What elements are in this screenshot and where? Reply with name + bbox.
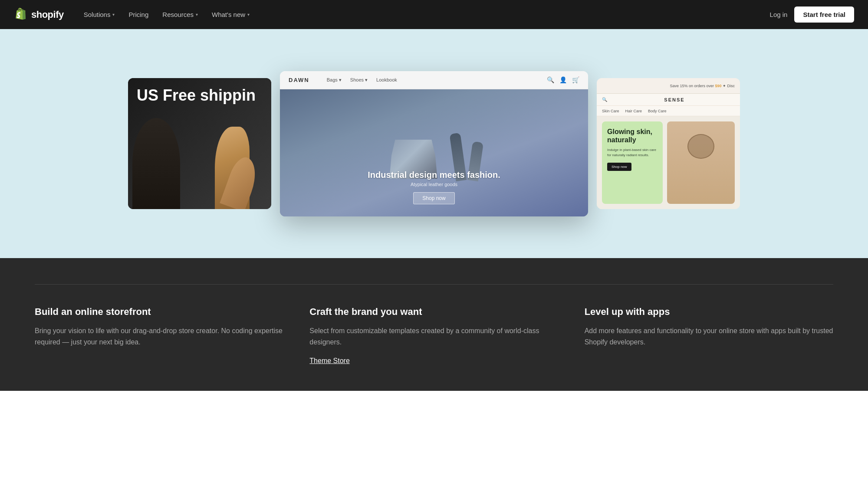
dawn-nav: Bags ▾ Shoes ▾ Lookbook [327, 77, 397, 83]
feature-2-text: Select from customizable templates creat… [309, 325, 558, 348]
theme-carousel: US Free shippin DAWN Bags ▾ [122, 71, 746, 216]
model-silhouette-1 [132, 118, 180, 209]
nav-right: Log in Start free trial [770, 7, 854, 23]
resources-chevron-icon: ▾ [196, 12, 198, 17]
start-trial-button[interactable]: Start free trial [794, 7, 854, 23]
divider [35, 284, 833, 285]
dawn-nav-bags[interactable]: Bags ▾ [327, 77, 342, 83]
eye-area [687, 134, 714, 159]
solutions-chevron-icon: ▾ [112, 12, 115, 17]
sense-face-image [667, 121, 735, 204]
feature-col-3: Level up with apps Add more features and… [585, 306, 833, 365]
feature-3-title: Level up with apps [585, 306, 833, 318]
divider-line [35, 284, 833, 285]
dawn-shop-button[interactable]: Shop now [413, 192, 454, 204]
sense-store-name: SENSE [664, 97, 684, 102]
nav-solutions[interactable]: Solutions ▾ [78, 7, 121, 22]
dawn-body: Industrial design meets fashion. Atypica… [280, 89, 588, 216]
hero-section: US Free shippin DAWN Bags ▾ [0, 29, 868, 258]
dawn-sub: Atypical leather goods [368, 182, 500, 187]
sense-body: Glowing skin, naturally Indulge in plant… [597, 116, 740, 209]
navbar: shopify Solutions ▾ Pricing Resources ▾ … [0, 0, 868, 29]
feature-2-title: Craft the brand you want [309, 306, 558, 318]
dawn-store-name: DAWN [289, 77, 309, 83]
sense-card-headline: Glowing skin, naturally [607, 128, 658, 144]
sense-cat-skincare[interactable]: Skin Care [602, 109, 619, 113]
shopify-logo-icon [14, 8, 28, 22]
left-card-inner: US Free shippin [128, 78, 271, 209]
whats-new-chevron-icon: ▾ [247, 12, 250, 17]
sense-nav-bar: 🔍 SENSE [597, 94, 740, 106]
logo[interactable]: shopify [14, 8, 64, 22]
theme-store-link[interactable]: Theme Store [309, 357, 349, 364]
nav-whats-new[interactable]: What's new ▾ [206, 7, 256, 22]
feature-3-text: Add more features and functionality to y… [585, 325, 833, 348]
features-section: Build an online storefront Bring your vi… [0, 258, 868, 391]
sense-top-bar: Save 15% on orders over $90 ✦ Disc [597, 78, 740, 94]
left-card-text: US Free shippin [137, 87, 256, 104]
feature-col-1: Build an online storefront Bring your vi… [35, 306, 283, 365]
theme-card-left: US Free shippin [128, 78, 271, 209]
dawn-overlay: Industrial design meets fashion. Atypica… [368, 170, 500, 204]
features-grid: Build an online storefront Bring your vi… [35, 306, 833, 365]
cart-icon[interactable]: 🛒 [572, 76, 579, 83]
dawn-bar: DAWN Bags ▾ Shoes ▾ Lookbook 🔍 👤 🛒 [280, 71, 588, 89]
dawn-headline: Industrial design meets fashion. [368, 170, 500, 180]
theme-card-center: DAWN Bags ▾ Shoes ▾ Lookbook 🔍 👤 🛒 [280, 71, 588, 216]
dawn-icons: 🔍 👤 🛒 [547, 76, 579, 83]
sense-cat-haircare[interactable]: Hair Care [625, 109, 642, 113]
sense-shop-button[interactable]: Shop now [607, 163, 631, 171]
sense-search-icon[interactable]: 🔍 [602, 97, 607, 102]
feature-col-2: Craft the brand you want Select from cus… [309, 306, 558, 365]
search-icon[interactable]: 🔍 [547, 76, 554, 83]
sense-card-desc: Indulge in plant-based skin care for nat… [607, 147, 658, 157]
bag-handle [403, 129, 424, 140]
feature-1-text: Bring your vision to life with our drag-… [35, 325, 283, 348]
sense-announcement: Save 15% on orders over $90 ✦ Disc [670, 84, 735, 88]
sense-cat-bodycare[interactable]: Body Care [648, 109, 667, 113]
dawn-nav-lookbook[interactable]: Lookbook [376, 77, 397, 83]
sense-promo-card: Glowing skin, naturally Indulge in plant… [602, 121, 663, 204]
nav-pricing[interactable]: Pricing [122, 7, 155, 22]
dawn-nav-shoes[interactable]: Shoes ▾ [350, 77, 368, 83]
nav-resources[interactable]: Resources ▾ [156, 7, 204, 22]
feature-1-title: Build an online storefront [35, 306, 283, 318]
theme-card-right: Save 15% on orders over $90 ✦ Disc 🔍 SEN… [597, 78, 740, 209]
sense-category-bar: Skin Care Hair Care Body Care [597, 106, 740, 116]
nav-items: Solutions ▾ Pricing Resources ▾ What's n… [78, 7, 766, 22]
logo-text: shopify [31, 9, 64, 20]
model-bg [128, 109, 271, 209]
account-icon[interactable]: 👤 [559, 76, 567, 83]
sense-container: Save 15% on orders over $90 ✦ Disc 🔍 SEN… [597, 78, 740, 209]
model-silhouette-2 [202, 124, 263, 209]
login-link[interactable]: Log in [770, 11, 788, 18]
